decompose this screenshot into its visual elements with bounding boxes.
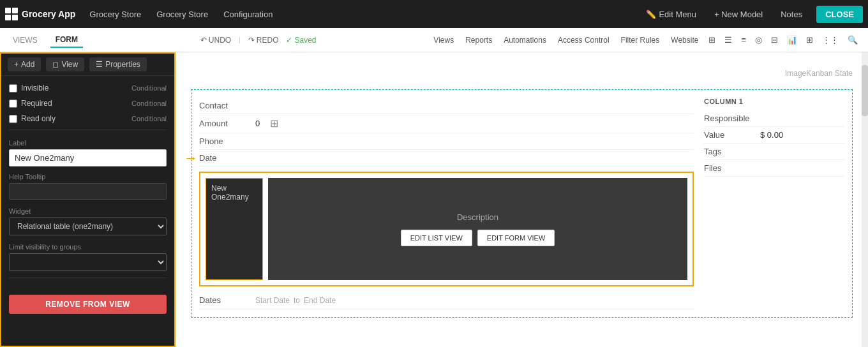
add-button[interactable]: + Add (8, 57, 41, 71)
nav-configuration[interactable]: Configuration (217, 7, 279, 22)
start-date: Start Date (255, 296, 290, 305)
widget-right-panel: Description EDIT LIST VIEW EDIT FORM VIE… (268, 178, 687, 280)
view-icon-7[interactable]: ⊞ (804, 34, 816, 46)
amount-expand-icon[interactable]: ⊞ (270, 117, 278, 129)
view-icon-1[interactable]: ⊞ (706, 34, 718, 46)
view-icon-8[interactable]: ⋮⋮ (819, 34, 841, 46)
remove-from-view-button[interactable]: REMOVE FROM VIEW (9, 295, 167, 314)
visibility-section: Limit visibility to groups (9, 243, 167, 271)
new-model-btn[interactable]: + New Model (708, 7, 769, 22)
website-btn[interactable]: Website (667, 34, 702, 47)
invisible-row: Invisible Conditional (9, 84, 167, 92)
field-amount: Amount 0 ⊞ (199, 114, 694, 133)
top-navigation: Grocery App Grocery Store Grocery Store … (0, 0, 868, 28)
secondary-nav-left: VIEWS FORM (8, 33, 83, 48)
scrollbar-track[interactable] (862, 52, 868, 347)
readonly-checkbox[interactable] (9, 115, 17, 123)
separator: | (239, 36, 241, 43)
right-panel: Description ImageKanban State Contact Am… (176, 52, 868, 347)
edit-menu-btn[interactable]: ✏️ Edit Menu (640, 7, 703, 22)
redo-button[interactable]: ↷ REDO (244, 34, 283, 47)
required-checkbox[interactable] (9, 100, 17, 108)
phone-label: Phone (199, 137, 250, 146)
dates-row: Dates Start Date to End Date (199, 292, 694, 309)
invisible-checkbox[interactable] (9, 84, 17, 92)
field-date: → Date (199, 150, 694, 166)
nav-grocery-store-2[interactable]: Grocery Store (150, 7, 214, 22)
tab-form[interactable]: FORM (50, 33, 83, 48)
date-label: Date (199, 153, 250, 163)
widget-buttons: EDIT LIST VIEW EDIT FORM VIEW (401, 230, 555, 246)
to-label: to (294, 296, 300, 305)
secondary-nav-center: ↶ UNDO | ↷ REDO ✓ Saved (197, 34, 317, 47)
secondary-navigation: VIEWS FORM ↶ UNDO | ↷ REDO ✓ Saved Views… (0, 28, 868, 52)
form-title-input[interactable]: Description (191, 65, 785, 82)
close-button[interactable]: CLOSE (816, 6, 863, 23)
invisible-label[interactable]: Invisible Conditional (9, 84, 167, 92)
tab-views[interactable]: VIEWS (8, 33, 43, 47)
automations-btn[interactable]: Automations (500, 34, 550, 47)
notes-button[interactable]: Notes (774, 7, 809, 22)
plus-icon: + (14, 60, 19, 69)
left-panel: + Add ◻ View ☰ Properties Invisible Cond… (0, 52, 176, 347)
properties-button[interactable]: ☰ Properties (89, 57, 147, 71)
readonly-label[interactable]: Read only Conditional (9, 114, 167, 123)
label-section: Label (9, 139, 167, 166)
field-files: Files (704, 160, 844, 177)
form-fields-area: Contact Amount 0 ⊞ Phone → (191, 89, 853, 318)
secondary-nav-right: Views Reports Automations Access Control… (430, 34, 860, 47)
redo-icon: ↷ (248, 36, 255, 45)
top-actions: ✏️ Edit Menu + New Model Notes CLOSE (640, 6, 863, 23)
view-icon-6[interactable]: 📊 (784, 34, 800, 46)
nav-grocery-store-1[interactable]: Grocery Store (83, 7, 147, 22)
undo-button[interactable]: ↶ UNDO (197, 34, 235, 47)
form-left-fields: Contact Amount 0 ⊞ Phone → (199, 98, 694, 309)
edit-form-view-button[interactable]: EDIT FORM VIEW (477, 230, 555, 246)
visibility-label: Limit visibility to groups (9, 243, 167, 251)
reports-btn[interactable]: Reports (461, 34, 496, 47)
view-icon-5[interactable]: ⊟ (768, 34, 781, 46)
tags-label: Tags (704, 147, 755, 156)
view-icon-4[interactable]: ◎ (752, 34, 765, 46)
help-tooltip-section: Help Tooltip (9, 173, 167, 200)
views-btn[interactable]: Views (430, 34, 458, 47)
view-button[interactable]: ◻ View (46, 57, 84, 71)
amount-label: Amount (199, 119, 250, 128)
column1-header: COLUMN 1 (704, 98, 844, 105)
app-logo[interactable]: Grocery App (5, 8, 75, 20)
field-value-item: Value $ 0.00 (704, 127, 844, 144)
dates-label: Dates (199, 295, 250, 305)
access-control-btn[interactable]: Access Control (554, 34, 613, 47)
undo-icon: ↶ (200, 36, 207, 45)
widget-left-label: New One2many (211, 184, 249, 202)
responsible-label: Responsible (704, 114, 755, 123)
view-icon-3[interactable]: ≡ (738, 34, 749, 46)
left-panel-toolbar: + Add ◻ View ☰ Properties (1, 54, 174, 76)
view-icon-2[interactable]: ☰ (722, 34, 735, 46)
form-canvas: Description ImageKanban State Contact Am… (176, 52, 868, 347)
divider-1 (9, 129, 167, 130)
readonly-row: Read only Conditional (9, 114, 167, 123)
value-amount: $ 0.00 (760, 130, 783, 140)
search-icon[interactable]: 🔍 (845, 34, 860, 46)
form-title-row: Description ImageKanban State (191, 65, 853, 82)
visibility-select[interactable] (9, 253, 167, 271)
amount-value: 0 (255, 119, 260, 128)
help-tooltip-input[interactable] (9, 183, 167, 200)
scrollbar-thumb[interactable] (862, 65, 868, 116)
arrow-indicator: → (184, 150, 198, 166)
widget-inner: New One2many Description EDIT LIST VIEW … (206, 178, 687, 280)
kanban-state-label: ImageKanban State (785, 69, 853, 78)
widget-section: Widget Relational table (one2many) (9, 207, 167, 235)
required-label[interactable]: Required Conditional (9, 99, 167, 108)
widget-left-panel: New One2many (206, 178, 263, 280)
field-contact: Contact (199, 98, 694, 114)
edit-list-view-button[interactable]: EDIT LIST VIEW (401, 230, 472, 246)
widget-label: Widget (9, 207, 167, 215)
divider-2 (9, 277, 167, 278)
label-input[interactable] (9, 149, 167, 166)
filter-rules-btn[interactable]: Filter Rules (617, 34, 664, 47)
main-layout: + Add ◻ View ☰ Properties Invisible Cond… (0, 52, 868, 347)
widget-select[interactable]: Relational table (one2many) (9, 218, 167, 235)
dates-value: Start Date to End Date (255, 296, 336, 305)
